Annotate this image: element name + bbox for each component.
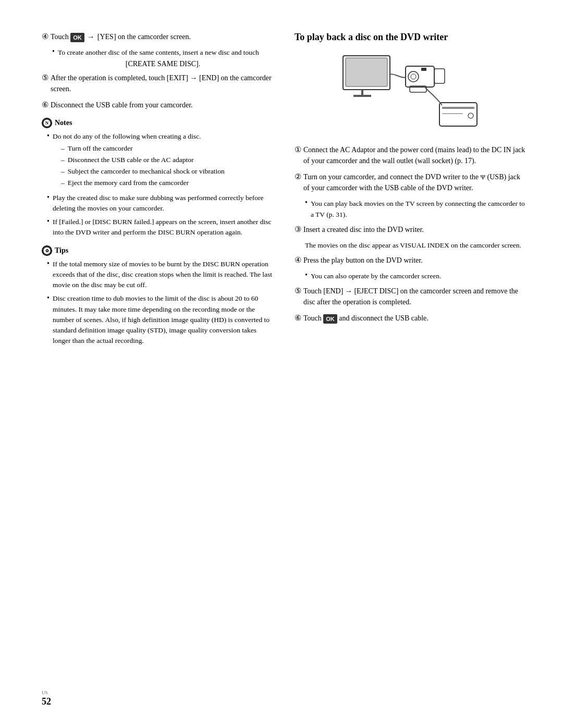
tips-title: Tips	[55, 246, 68, 255]
ok-badge: OK	[70, 33, 84, 43]
rstep-6-text: Touch OK and disconnect the USB cable.	[303, 313, 429, 324]
bullet-dot: •	[52, 47, 55, 56]
right-step-5: ⑤ Touch [END] → [EJECT DISC] on the camc…	[295, 286, 527, 307]
page-number-area: US 52	[42, 690, 51, 707]
dash-item-3: – Subject the camcorder to mechanical sh…	[61, 166, 225, 177]
rstep-5-num: ⑤	[295, 286, 301, 297]
svg-text:✿: ✿	[45, 249, 49, 253]
tip-2-text: Disc creation time to dub movies to the …	[53, 293, 274, 346]
right-step-4: ④ Press the play button on the DVD write…	[295, 255, 527, 281]
svg-rect-12	[421, 68, 426, 71]
rstep-4-sub-text: You can also operate by the camcorder sc…	[311, 271, 442, 281]
note-3-text: If [Failed.] or [DISC BURN failed.] appe…	[53, 217, 274, 238]
note-item-2: • Play the created disc to make sure dub…	[47, 193, 274, 214]
rstep-4-num: ④	[295, 255, 301, 266]
right-step-6: ⑥ Touch OK and disconnect the USB cable.	[295, 313, 527, 324]
rstep-1-num: ①	[295, 144, 301, 155]
left-step-6: ⑥ Disconnect the USB cable from your cam…	[42, 100, 274, 110]
svg-point-16	[468, 113, 473, 118]
right-column: To play back a disc on the DVD writer	[295, 31, 527, 329]
rstep-3-text: Insert a created disc into the DVD write…	[303, 224, 424, 235]
svg-point-10	[408, 71, 419, 82]
rstep-3-num: ③	[295, 224, 301, 235]
tips-icon: ✿	[42, 245, 52, 256]
page-number: 52	[42, 696, 51, 707]
rstep-2-sub: • You can play back movies on the TV scr…	[305, 199, 527, 220]
left-column: ④ Touch OK → [YES] on the camcorder scre…	[42, 31, 274, 350]
tip-bullet-2: •	[47, 294, 50, 302]
step-4-sub: • To create another disc of the same con…	[52, 47, 274, 68]
svg-rect-17	[442, 113, 463, 114]
create-same-disc: [CREATE SAME DISC].	[52, 60, 274, 68]
dash-4: –	[61, 178, 65, 188]
svg-rect-5	[346, 58, 387, 87]
notes-title: Notes	[55, 119, 72, 127]
rstep-4-text: Press the play button on the DVD writer.	[303, 255, 423, 266]
step-6-num: ⑥	[42, 100, 48, 110]
dash-1: –	[61, 143, 65, 154]
tip-1-text: If the total memory size of movies to be…	[53, 259, 274, 291]
usb-symbol: Ψ	[481, 173, 486, 181]
step-4-sub-text: To create another disc of the same conte…	[58, 47, 259, 58]
svg-rect-15	[442, 107, 474, 109]
right-heading: To play back a disc on the DVD writer	[295, 31, 527, 43]
page: ④ Touch OK → [YES] on the camcorder scre…	[0, 0, 563, 728]
right-step-1: ① Connect the AC Adaptor and the power c…	[295, 144, 527, 166]
dash-text-1: Turn off the camcorder	[68, 143, 133, 154]
bullet-dot-r2: •	[305, 199, 308, 207]
note-bullet-3: •	[47, 217, 50, 226]
note-bullet-1: •	[47, 132, 50, 140]
step-5-text: After the operation is completed, touch …	[51, 72, 274, 94]
rstep-6-num: ⑥	[295, 313, 301, 324]
rstep-3-note: The movies on the disc appear as VISUAL …	[305, 240, 527, 251]
svg-rect-8	[406, 66, 434, 87]
notes-icon: N	[42, 118, 52, 128]
step-4-text: Touch OK → [YES] on the camcorder screen…	[51, 31, 191, 42]
svg-rect-7	[353, 95, 371, 97]
notes-header: N Notes	[42, 118, 274, 128]
step-5-num: ⑤	[42, 72, 48, 83]
dash-2: –	[61, 155, 65, 165]
rstep-2-text: Turn on your camcorder, and connect the …	[303, 171, 527, 193]
dash-text-2: Disconnect the USB cable or the AC adapt…	[68, 155, 194, 165]
dash-item-1: – Turn off the camcorder	[61, 143, 225, 154]
tip-item-1: • If the total memory size of movies to …	[47, 259, 274, 291]
note-2-text: Play the created disc to make sure dubbi…	[53, 193, 274, 214]
left-step-5: ⑤ After the operation is completed, touc…	[42, 72, 274, 94]
rstep-4-sub: • You can also operate by the camcorder …	[305, 271, 527, 281]
tip-item-2: • Disc creation time to dub movies to th…	[47, 293, 274, 346]
svg-rect-14	[439, 103, 477, 126]
note-bullet-2: •	[47, 193, 50, 202]
dash-text-3: Subject the camcorder to mechanical shoc…	[68, 166, 225, 177]
ok-badge-r6: OK	[323, 314, 337, 324]
rstep-2-num: ②	[295, 171, 301, 182]
right-step-3: ③ Insert a created disc into the DVD wri…	[295, 224, 527, 251]
dash-3: –	[61, 166, 65, 177]
step-6-text: Disconnect the USB cable from your camco…	[51, 100, 193, 110]
notes-list: • Do not do any of the following when cr…	[47, 131, 274, 238]
tips-list: • If the total memory size of movies to …	[47, 259, 274, 347]
svg-text:N: N	[45, 120, 49, 126]
svg-rect-9	[434, 69, 445, 83]
dash-item-2: – Disconnect the USB cable or the AC ada…	[61, 155, 225, 165]
note-item-3: • If [Failed.] or [DISC BURN failed.] ap…	[47, 217, 274, 238]
rstep-5-text: Touch [END] → [EJECT DISC] on the camcor…	[303, 286, 527, 307]
dash-text-4: Eject the memory card from the camcorder	[68, 178, 189, 188]
dash-item-4: – Eject the memory card from the camcord…	[61, 178, 225, 188]
tips-header: ✿ Tips	[42, 245, 274, 256]
locale-label: US	[42, 690, 51, 695]
svg-point-11	[411, 74, 416, 79]
rstep-3-note-text: The movies on the disc appear as VISUAL …	[305, 241, 521, 249]
right-step-2: ② Turn on your camcorder, and connect th…	[295, 171, 527, 220]
dash-list-1: – Turn off the camcorder – Disconnect th…	[61, 143, 225, 189]
connection-diagram	[338, 51, 484, 134]
bullet-dot-r4: •	[305, 271, 308, 279]
diagram-area	[295, 51, 527, 134]
note-1-text: Do not do any of the following when crea…	[53, 132, 201, 140]
note-item-1: • Do not do any of the following when cr…	[47, 131, 274, 189]
tip-bullet-1: •	[47, 260, 50, 268]
rstep-2-sub-text: You can play back movies on the TV scree…	[311, 199, 527, 220]
rstep-1-text: Connect the AC Adaptor and the power cor…	[303, 144, 527, 166]
left-step-4: ④ Touch OK → [YES] on the camcorder scre…	[42, 31, 274, 68]
step-4-num: ④	[42, 31, 48, 42]
